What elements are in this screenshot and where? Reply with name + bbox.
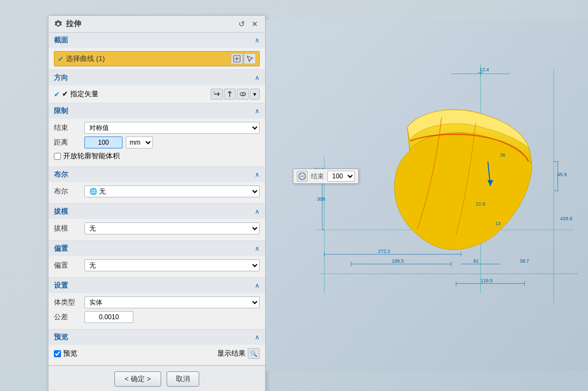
section-offset-header[interactable]: 偏置 ∧ <box>48 241 265 256</box>
tolerance-input[interactable] <box>84 311 133 323</box>
svg-text:428.8: 428.8 <box>560 216 572 221</box>
section-limit-header[interactable]: 限制 ∧ <box>48 103 265 119</box>
curve-select-icon <box>246 55 254 63</box>
offset-select[interactable]: 无 <box>84 259 260 271</box>
offset-row: 偏置 无 <box>54 259 260 271</box>
section-limit-body: 结束 对称值 距离 mm 开放轮廓智能体积 <box>48 119 265 166</box>
curve-selection-row: ✔ 选择曲线 (1) <box>54 51 260 66</box>
curve-icon-btn-1[interactable] <box>231 53 243 64</box>
svg-text:199.5: 199.5 <box>391 258 403 264</box>
dir-btn-z[interactable] <box>237 89 249 100</box>
bool-row: 布尔 🌐 无 <box>54 185 260 197</box>
chevron-up-icon-7: ∧ <box>255 282 260 289</box>
direction-check-icon: ✔ <box>54 90 60 98</box>
show-result-label: 显示结果 <box>217 349 246 358</box>
body-type-label: 体类型 <box>54 297 81 307</box>
direction-row: ✔ ✔ 指定矢量 X <box>54 89 260 100</box>
svg-text:38.7: 38.7 <box>519 258 529 264</box>
distance-row: 距离 mm <box>54 136 260 148</box>
end-label: 结束 <box>54 123 81 133</box>
show-result-icon-btn[interactable]: 🔍 <box>248 348 260 359</box>
section-bool-title: 布尔 <box>54 170 68 179</box>
section-direction-body: ✔ ✔ 指定矢量 X <box>48 85 265 103</box>
open-contour-row: 开放轮廓智能体积 <box>54 151 260 161</box>
bool-label: 布尔 <box>54 187 81 196</box>
section-bool-header[interactable]: 布尔 ∧ <box>48 167 265 182</box>
cancel-button[interactable]: 取消 <box>167 371 199 387</box>
chevron-up-icon-3: ∧ <box>255 107 260 115</box>
panel-footer: < 确定 > 取消 <box>48 365 265 391</box>
section-settings-body: 体类型 实体 公差 <box>48 293 265 329</box>
svg-text:X: X <box>213 91 215 94</box>
chevron-up-icon-2: ∧ <box>255 74 260 82</box>
preview-checkbox-group: 预览 <box>54 349 77 358</box>
draft-label: 拔模 <box>54 224 81 233</box>
direction-buttons: X <box>211 89 260 100</box>
chevron-up-icon: ∧ <box>255 36 260 44</box>
svg-text:81: 81 <box>473 258 479 264</box>
direction-y-icon <box>226 90 234 98</box>
section-draft: 拔模 ∧ 拔模 无 <box>48 204 265 241</box>
section-cross-section-body: ✔ 选择曲线 (1) <box>48 48 265 70</box>
chevron-up-icon-6: ∧ <box>255 245 260 252</box>
direction-x-icon: X <box>213 90 220 98</box>
svg-text:45.9: 45.9 <box>557 172 566 177</box>
section-cross-section-header[interactable]: 截面 ∧ <box>48 33 265 48</box>
direction-more-btn[interactable]: ▾ <box>250 89 260 100</box>
end-select[interactable]: 对称值 <box>84 122 260 134</box>
preview-label: 预览 <box>63 349 77 358</box>
body-type-select[interactable]: 实体 <box>84 296 260 308</box>
svg-text:36: 36 <box>500 152 506 158</box>
section-preview: 预览 ∧ 预览 显示结果 🔍 <box>48 330 265 365</box>
svg-text:308: 308 <box>317 196 325 202</box>
svg-text:119.5: 119.5 <box>481 278 493 283</box>
section-offset-title: 偏置 <box>54 244 68 253</box>
end-row: 结束 对称值 <box>54 122 260 134</box>
tooltip-end-select[interactable]: 100 <box>327 171 355 182</box>
preview-checkbox[interactable] <box>54 350 61 357</box>
section-offset-body: 偏置 无 <box>48 256 265 277</box>
tolerance-row: 公差 <box>54 311 260 323</box>
show-result-group[interactable]: 显示结果 🔍 <box>217 348 260 359</box>
section-direction-title: 方向 <box>54 73 68 83</box>
distance-input[interactable] <box>84 136 122 148</box>
section-cross-section: 截面 ∧ ✔ 选择曲线 (1) <box>48 33 265 70</box>
curve-action-icons <box>231 53 256 64</box>
open-contour-checkbox[interactable] <box>54 153 61 160</box>
panel-header: 拉伸 ↺ ✕ <box>48 16 265 33</box>
dir-btn-y[interactable] <box>224 89 236 100</box>
bool-select[interactable]: 🌐 无 <box>84 185 260 197</box>
draft-row: 拔模 无 <box>54 222 260 234</box>
curve-icon-btn-2[interactable] <box>244 53 256 64</box>
preview-row: 预览 显示结果 🔍 <box>54 348 260 359</box>
section-bool: 布尔 ∧ 布尔 🌐 无 <box>48 167 265 204</box>
section-settings: 设置 ∧ 体类型 实体 公差 <box>48 278 265 330</box>
section-bool-body: 布尔 🌐 无 <box>48 182 265 203</box>
section-draft-body: 拔模 无 <box>48 219 265 240</box>
section-offset: 偏置 ∧ 偏置 无 <box>48 241 265 278</box>
section-draft-title: 拔模 <box>54 207 68 216</box>
gear-icon <box>54 20 63 28</box>
ok-button[interactable]: < 确定 > <box>114 371 161 387</box>
end-tooltip: 结束 100 <box>293 169 359 184</box>
direction-left: ✔ ✔ 指定矢量 <box>54 89 99 99</box>
reset-button[interactable]: ↺ <box>237 19 247 29</box>
chevron-up-icon-4: ∧ <box>255 171 260 178</box>
section-direction-header[interactable]: 方向 ∧ <box>48 70 265 85</box>
section-preview-header[interactable]: 预览 ∧ <box>48 330 265 345</box>
section-settings-header[interactable]: 设置 ∧ <box>48 278 265 293</box>
draft-select[interactable]: 无 <box>84 222 260 234</box>
section-settings-title: 设置 <box>54 281 68 290</box>
curve-selection-text: 选择曲线 (1) <box>66 54 229 64</box>
svg-text:13: 13 <box>495 221 501 226</box>
dir-btn-x[interactable]: X <box>211 89 223 100</box>
chevron-up-icon-5: ∧ <box>255 208 260 215</box>
tooltip-icon-svg <box>298 172 307 181</box>
section-preview-body: 预览 显示结果 🔍 <box>48 345 265 365</box>
unit-select[interactable]: mm <box>126 136 153 148</box>
direction-label: ✔ 指定矢量 <box>62 89 99 99</box>
section-draft-header[interactable]: 拔模 ∧ <box>48 204 265 219</box>
svg-text:22.8: 22.8 <box>476 201 485 207</box>
panel-title: 拉伸 <box>66 19 81 29</box>
close-button[interactable]: ✕ <box>250 19 260 29</box>
